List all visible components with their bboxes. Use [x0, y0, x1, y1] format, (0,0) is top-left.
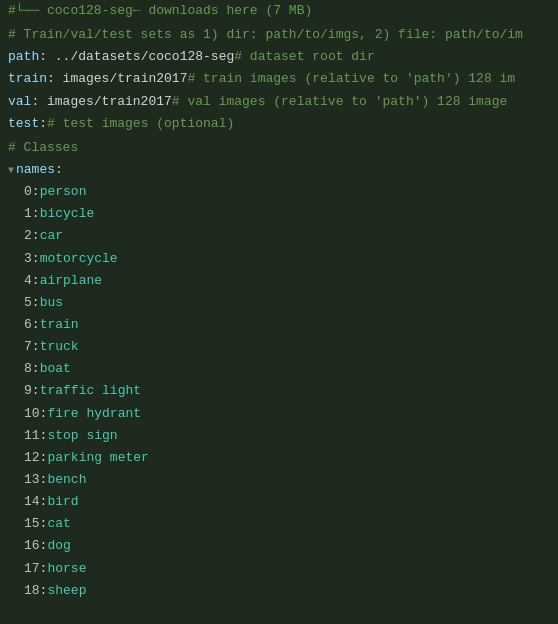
code-line: val: images/train2017 # val images (rela… — [0, 91, 558, 113]
code-token: boat — [40, 359, 71, 379]
code-token: , 2) file: path/to/im — [359, 25, 523, 45]
code-token: # train images (relative to 'path') 128 … — [187, 69, 515, 89]
code-line: # Classes — [0, 137, 558, 159]
code-line: 8: boat — [0, 358, 558, 380]
code-token: train — [8, 69, 47, 89]
code-token: : — [39, 114, 47, 134]
code-line: ▼names: — [0, 159, 558, 181]
code-token: # val images (relative to 'path') 128 im… — [172, 92, 507, 112]
code-token: 1 — [24, 204, 32, 224]
code-token: 3 — [24, 249, 32, 269]
code-token: # test images (optional) — [47, 114, 234, 134]
code-token: : — [32, 381, 40, 401]
code-line: 4: airplane — [0, 270, 558, 292]
code-token: 15 — [24, 514, 40, 534]
code-line: # └── coco128-seg ← downloads here (7 MB… — [0, 0, 558, 22]
code-line: 0: person — [0, 181, 558, 203]
code-token: 8 — [24, 359, 32, 379]
code-token: ← downloads here (7 MB) — [133, 1, 312, 21]
code-token: 2 — [24, 226, 32, 246]
code-line: 14: bird — [0, 491, 558, 513]
code-token: 12 — [24, 448, 40, 468]
code-token: : — [32, 293, 40, 313]
code-token: 16 — [24, 536, 40, 556]
code-line: 6: train — [0, 314, 558, 336]
code-token: parking meter — [47, 448, 148, 468]
code-token: train — [40, 315, 79, 335]
code-token: # dataset root dir — [234, 47, 374, 67]
code-token: 14 — [24, 492, 40, 512]
code-line: 15: cat — [0, 513, 558, 535]
code-token: 6 — [24, 315, 32, 335]
code-line: test: # test images (optional) — [0, 113, 558, 135]
code-token: test — [8, 114, 39, 134]
code-token: person — [40, 182, 87, 202]
code-token: : — [40, 514, 48, 534]
code-token: horse — [47, 559, 86, 579]
code-token: 10 — [24, 404, 40, 424]
code-token: : — [40, 404, 48, 424]
code-token: 11 — [24, 426, 40, 446]
code-line: # Train/val/test sets as 1) dir: path/to… — [0, 24, 558, 46]
code-token: # Classes — [8, 138, 78, 158]
code-token: path — [8, 47, 39, 67]
code-token: stop sign — [47, 426, 117, 446]
code-line: 5: bus — [0, 292, 558, 314]
code-line: 16: dog — [0, 535, 558, 557]
code-line: 12: parking meter — [0, 447, 558, 469]
code-editor: # └── coco128-seg ← downloads here (7 MB… — [0, 0, 558, 624]
code-token: val — [8, 92, 31, 112]
code-token: : — [40, 559, 48, 579]
code-token: : — [40, 581, 48, 601]
code-token: : — [40, 448, 48, 468]
code-token: : — [32, 182, 40, 202]
code-token: : — [32, 204, 40, 224]
code-line: 9: traffic light — [0, 380, 558, 402]
code-token: : — [40, 492, 48, 512]
code-line: 17: horse — [0, 558, 558, 580]
code-line: 2: car — [0, 225, 558, 247]
code-token: : images/train2017 — [31, 92, 171, 112]
code-token: sheep — [47, 581, 86, 601]
code-token: 18 — [24, 581, 40, 601]
code-token: : ../datasets/coco128-seg — [39, 47, 234, 67]
code-line: 3: motorcycle — [0, 248, 558, 270]
code-token: : — [40, 426, 48, 446]
code-token: bicycle — [40, 204, 95, 224]
code-token: : — [32, 271, 40, 291]
code-token: 17 — [24, 559, 40, 579]
code-line: 18: sheep — [0, 580, 558, 602]
code-token: 9 — [24, 381, 32, 401]
code-token: # Train/val/test sets as 1) dir: path/to… — [8, 25, 328, 45]
code-line: 7: truck — [0, 336, 558, 358]
code-token: truck — [40, 337, 79, 357]
code-token: : — [32, 226, 40, 246]
code-token: └── coco128-seg — [16, 1, 133, 21]
code-token: car — [40, 226, 63, 246]
code-line: train: images/train2017 # train images (… — [0, 68, 558, 90]
code-token: imgs — [328, 25, 359, 45]
code-token: : — [40, 470, 48, 490]
code-line: 11: stop sign — [0, 425, 558, 447]
code-token: : — [32, 315, 40, 335]
code-token: motorcycle — [40, 249, 118, 269]
code-token: bus — [40, 293, 63, 313]
code-token: : — [32, 249, 40, 269]
code-token: 0 — [24, 182, 32, 202]
code-token: bench — [47, 470, 86, 490]
code-token: : — [32, 337, 40, 357]
code-token: cat — [47, 514, 70, 534]
code-token: : — [32, 359, 40, 379]
collapse-icon[interactable]: ▼ — [8, 163, 14, 179]
code-token: : images/train2017 — [47, 69, 187, 89]
code-token: : — [55, 160, 63, 180]
code-token: 7 — [24, 337, 32, 357]
code-line: 10: fire hydrant — [0, 403, 558, 425]
code-token: 13 — [24, 470, 40, 490]
code-token: airplane — [40, 271, 102, 291]
code-token: 5 — [24, 293, 32, 313]
code-line: 13: bench — [0, 469, 558, 491]
code-token: fire hydrant — [47, 404, 141, 424]
code-token: bird — [47, 492, 78, 512]
code-token: dog — [47, 536, 70, 556]
